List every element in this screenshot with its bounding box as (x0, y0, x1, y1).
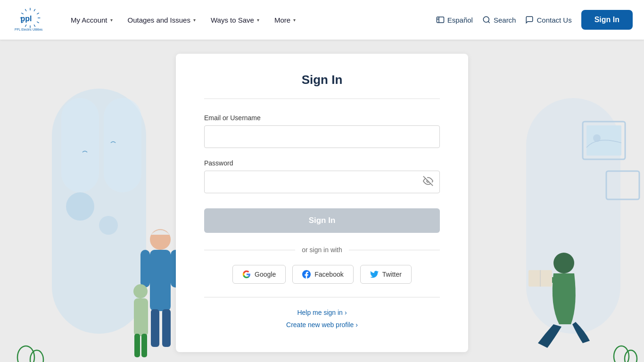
right-illustration (503, 60, 644, 362)
navbar: ppl PPL Electric Utilities My Account ▾ … (0, 0, 644, 40)
social-buttons: Google Facebook Twitter (204, 265, 440, 284)
svg-line-2 (34, 9, 35, 11)
or-divider: or sign in with (204, 246, 440, 254)
twitter-label: Twitter (382, 271, 402, 278)
twitter-signin-button[interactable]: Twitter (360, 265, 412, 284)
svg-rect-18 (61, 98, 99, 192)
nav-ways-to-save-label: Ways to Save (211, 16, 254, 24)
svg-rect-30 (151, 309, 159, 347)
svg-rect-19 (104, 98, 141, 192)
contact-us-label: Contact Us (537, 16, 571, 24)
create-profile-text: Create new web profile (286, 321, 354, 329)
bottom-divider (204, 297, 440, 297)
svg-point-32 (133, 284, 148, 298)
svg-rect-34 (134, 334, 140, 357)
nav-outages[interactable]: Outages and Issues ▾ (121, 12, 202, 28)
nav-my-account-label: My Account (71, 16, 107, 24)
twitter-icon (370, 270, 379, 279)
svg-rect-31 (162, 309, 171, 347)
left-illustration (0, 60, 179, 362)
svg-point-20 (66, 192, 94, 221)
svg-point-48 (625, 350, 637, 362)
chevron-down-icon: ▾ (257, 17, 259, 23)
svg-rect-28 (140, 250, 150, 288)
nav-outages-label: Outages and Issues (128, 16, 190, 24)
svg-rect-33 (134, 298, 148, 336)
password-input[interactable] (204, 171, 440, 193)
chevron-down-icon: ▾ (193, 17, 196, 23)
search-button[interactable]: Search (482, 16, 516, 24)
password-wrapper (204, 171, 440, 193)
bottom-links: Help me sign in › Create new web profile… (204, 309, 440, 329)
nav-more[interactable]: More ▾ (268, 12, 302, 28)
svg-point-41 (553, 253, 574, 273)
google-label: Google (255, 271, 276, 278)
nav-my-account[interactable]: My Account ▾ (64, 12, 119, 28)
facebook-label: Facebook (314, 271, 343, 278)
svg-rect-35 (141, 334, 147, 357)
create-profile-link[interactable]: Create new web profile › (286, 321, 358, 329)
password-form-group: Password (204, 159, 440, 193)
toggle-password-icon[interactable] (423, 176, 433, 188)
navbar-actions: Español Search Contact Us Sign In (436, 10, 633, 30)
or-text: or sign in with (302, 246, 342, 254)
svg-line-5 (37, 22, 39, 23)
contact-us-button[interactable]: Contact Us (525, 16, 571, 24)
svg-rect-15 (437, 17, 444, 23)
espanol-label: Español (447, 16, 473, 24)
brand-logo[interactable]: ppl PPL Electric Utilities (11, 6, 49, 34)
svg-line-11 (21, 13, 23, 14)
email-form-group: Email or Username (204, 114, 440, 148)
signin-title: Sign In (204, 73, 440, 99)
nav-more-label: More (274, 16, 290, 24)
password-label: Password (204, 159, 440, 167)
search-icon (482, 16, 491, 24)
chevron-down-icon: ▾ (110, 17, 113, 23)
google-signin-button[interactable]: Google (232, 265, 286, 284)
svg-point-16 (483, 16, 489, 22)
chat-icon (525, 16, 534, 24)
svg-line-12 (25, 9, 26, 11)
svg-point-39 (593, 134, 601, 142)
svg-point-47 (614, 346, 629, 362)
email-input[interactable] (204, 125, 440, 148)
facebook-signin-button[interactable]: Facebook (292, 265, 353, 284)
svg-rect-27 (150, 250, 171, 311)
chevron-down-icon: ▾ (293, 17, 296, 23)
nav-ways-to-save[interactable]: Ways to Save ▾ (204, 12, 266, 28)
language-icon (436, 16, 445, 24)
nav-menu: My Account ▾ Outages and Issues ▾ Ways t… (64, 12, 436, 28)
svg-text:PPL Electric Utilities: PPL Electric Utilities (15, 28, 43, 31)
svg-text:ppl: ppl (21, 15, 32, 23)
signin-nav-button[interactable]: Sign In (581, 10, 633, 30)
svg-line-6 (34, 25, 35, 26)
svg-line-8 (25, 25, 26, 26)
signin-submit-button[interactable]: Sign In (204, 208, 440, 233)
search-label: Search (494, 16, 516, 24)
espanol-button[interactable]: Español (436, 16, 473, 24)
email-label: Email or Username (204, 114, 440, 122)
svg-point-25 (30, 350, 43, 362)
arrow-right-icon: › (355, 321, 358, 329)
google-icon (242, 270, 251, 279)
arrow-right-icon: › (345, 309, 347, 316)
svg-line-3 (37, 13, 39, 14)
signin-card: Sign In Email or Username Password Sign … (176, 54, 468, 352)
svg-point-21 (99, 216, 118, 235)
help-signin-link[interactable]: Help me sign in › (297, 309, 347, 316)
help-signin-text: Help me sign in (297, 309, 343, 316)
main-content: Sign In Email or Username Password Sign … (0, 40, 644, 362)
facebook-icon (302, 270, 311, 279)
